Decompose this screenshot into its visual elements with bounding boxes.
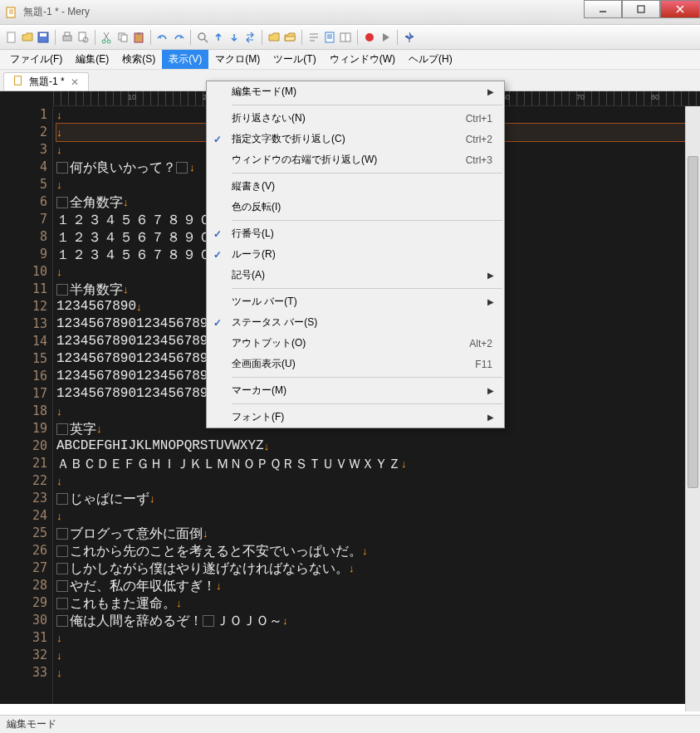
menu-dropdown-item[interactable]: 折り返さない(N)Ctrl+1 [207,108,504,129]
toolbar [0,25,700,50]
menu-item[interactable]: マクロ(M) [208,50,267,69]
menu-dropdown-item[interactable]: ✓ルーラ(R) [207,244,504,265]
code-line[interactable]: これから先のことを考えると不安でいっぱいだ。↓ [56,542,700,560]
eol-marker: ↓ [176,594,182,612]
wrap-icon[interactable] [307,31,321,44]
submenu-arrow-icon: ▶ [487,386,497,395]
vertical-scrollbar[interactable] [685,106,700,711]
undo-icon[interactable] [156,31,169,44]
paste-icon[interactable] [132,31,145,44]
menu-item[interactable]: ツール(T) [267,50,322,69]
ruler-label: 80 [651,93,659,101]
menu-dropdown-item[interactable]: 縦書き(V) [207,176,504,197]
menu-dropdown-item[interactable]: 色の反転(I) [207,197,504,217]
menu-dropdown-item[interactable]: マーカー(M)▶ [207,380,504,401]
save-icon[interactable] [37,31,50,44]
print-icon[interactable] [61,31,74,44]
maximize-button[interactable] [622,0,660,18]
code-line[interactable]: ↓ [56,629,700,647]
menu-item-label: ツール バー(T) [228,295,487,309]
close-button[interactable] [660,0,700,18]
menu-item[interactable]: ヘルプ(H) [402,50,459,69]
preview-icon[interactable] [76,31,90,44]
line-number: 7 [0,211,47,228]
menu-dropdown-item[interactable]: 編集モード(M)▶ [207,81,504,102]
menu-item[interactable]: ファイル(F) [3,50,69,69]
scrollbar-thumb[interactable] [688,156,698,488]
eol-marker: ↓ [203,525,208,542]
code-line[interactable]: やだ、私の年収低すぎ！↓ [56,577,700,594]
menu-item-label: ステータス バー(S) [228,315,497,330]
menu-separator [232,220,502,221]
code-line[interactable]: ブログって意外に面倒↓ [56,525,700,542]
check-icon: ✓ [207,134,228,145]
eol-marker: ↓ [56,141,62,159]
new-file-icon[interactable] [5,31,18,44]
eol-marker: ↓ [123,193,129,211]
find-prev-icon[interactable] [212,31,225,44]
menu-item-label: 編集モード(M) [228,85,487,99]
find-icon[interactable] [196,31,209,44]
submenu-arrow-icon: ▶ [487,297,497,306]
menu-dropdown-item[interactable]: アウトプット(O)Alt+2 [207,333,504,354]
pin-icon[interactable] [403,31,416,44]
line-number: 28 [0,577,47,594]
space-marker [56,284,68,296]
eol-marker: ↓ [56,664,62,682]
menu-dropdown-item[interactable]: ✓行番号(L) [207,223,504,244]
redo-icon[interactable] [172,31,185,44]
code-line[interactable]: ↓ [56,647,700,664]
doc-icon[interactable] [323,31,336,44]
record-icon[interactable] [363,31,376,44]
menu-item[interactable]: 表示(V) [162,50,208,69]
code-line[interactable]: ↓ [56,664,700,682]
space-marker [56,197,68,208]
line-text: 12345678901234567890 [56,315,216,333]
code-line[interactable]: 俺は人間を辞めるぞ！ＪＯＪＯ～↓ [56,612,700,629]
shortcut-label: Ctrl+3 [466,154,497,166]
folder-icon[interactable] [267,31,281,44]
code-line[interactable]: しかしながら僕はやり遂げなければならない。↓ [56,560,700,577]
code-line[interactable]: じゃぱにーず↓ [56,490,700,507]
menu-dropdown-item[interactable]: ツール バー(T)▶ [207,291,504,312]
menu-dropdown-item[interactable]: ウィンドウの右端で折り返し(W)Ctrl+3 [207,149,504,170]
open-file-icon[interactable] [21,31,34,44]
menu-dropdown-item[interactable]: 記号(A)▶ [207,265,504,286]
document-tab[interactable]: 無題-1 * ✕ [3,72,89,90]
code-line[interactable]: ＡＢＣＤＥＦＧＨＩＪＫＬＭＮＯＰＱＲＳＴＵＶＷＸＹＺ↓ [56,455,700,472]
code-line[interactable]: ABCDEFGHIJKLMNOPQRSTUVWXYZ↓ [56,437,700,455]
cut-icon[interactable] [100,31,114,44]
shortcut-label: Ctrl+2 [466,134,497,145]
eol-marker: ↓ [349,560,355,577]
code-line[interactable]: ↓ [56,472,700,490]
line-text: 英字 [70,420,96,437]
line-text: 俺は人間を辞めるぞ！ [70,612,203,629]
menu-item[interactable]: 編集(E) [69,50,115,69]
menu-item[interactable]: ウィンドウ(W) [323,50,402,69]
menu-item-label: 指定文字数で折り返し(C) [228,132,466,146]
line-text: 12345678901234567890 [56,350,216,368]
line-number: 23 [0,490,47,507]
space-marker [56,162,68,173]
line-text: 全角数字 [70,193,123,211]
menu-dropdown-item[interactable]: 全画面表示(U)F11 [207,354,504,374]
menu-dropdown-item[interactable]: ✓ステータス バー(S) [207,312,504,333]
tab-label: 無題-1 * [29,75,65,89]
panel-icon[interactable] [339,31,352,44]
line-number: 25 [0,525,47,542]
menu-item[interactable]: 検索(S) [115,50,162,69]
tab-icon [12,75,24,89]
open-folder-icon[interactable] [283,31,296,44]
menu-item-label: ウィンドウの右端で折り返し(W) [228,153,466,167]
code-line[interactable]: ↓ [56,507,700,525]
copy-icon[interactable] [116,31,130,44]
minimize-button[interactable] [584,0,622,18]
code-line[interactable]: これもまた運命。↓ [56,594,700,612]
replace-icon[interactable] [243,31,257,44]
menu-dropdown-item[interactable]: フォント(F)▶ [207,407,504,428]
tab-close-icon[interactable]: ✕ [70,77,80,87]
menu-dropdown-item[interactable]: ✓指定文字数で折り返し(C)Ctrl+2 [207,129,504,149]
find-next-icon[interactable] [228,31,241,44]
play-icon[interactable] [379,31,392,44]
line-number: 32 [0,647,47,664]
